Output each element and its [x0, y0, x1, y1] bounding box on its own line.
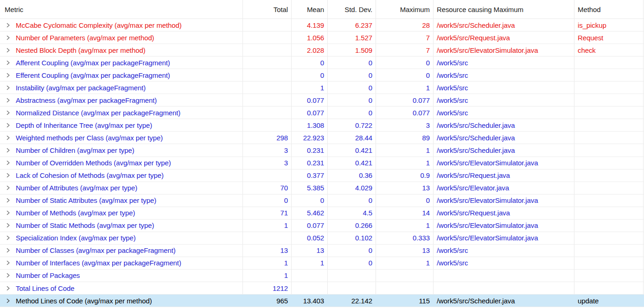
metric-row[interactable]: Abstractness (avg/max per packageFragmen… — [0, 94, 644, 107]
expand-chevron-icon[interactable] — [6, 298, 10, 303]
metric-row[interactable]: Efferent Coupling (avg/max per packageFr… — [0, 69, 644, 82]
column-header-method[interactable]: Method — [574, 0, 644, 19]
metric-row[interactable]: Number of Classes (avg/max per packageFr… — [0, 245, 644, 257]
column-header-std-dev[interactable]: Std. Dev. — [328, 0, 376, 19]
total-cell: 3 — [243, 144, 292, 156]
column-header-total[interactable]: Total — [243, 0, 292, 19]
expand-chevron-icon[interactable] — [6, 273, 10, 278]
expand-chevron-icon[interactable] — [6, 73, 10, 78]
expand-chevron-icon[interactable] — [6, 235, 10, 240]
column-header-resource[interactable]: Resource causing Maximum — [434, 0, 574, 19]
mean-cell: 22.923 — [292, 132, 328, 144]
mean-cell: 0.052 — [292, 232, 328, 244]
metric-row[interactable]: Weighted methods per Class (avg/max per … — [0, 132, 644, 144]
expand-chevron-icon[interactable] — [6, 48, 10, 53]
mean-cell: 0.077 — [292, 220, 328, 232]
metric-cell: Number of Overridden Methods (avg/max pe… — [0, 157, 243, 169]
total-cell: 70 — [243, 182, 292, 194]
metric-label: Number of Interfaces (avg/max per packag… — [16, 259, 181, 267]
expand-chevron-icon[interactable] — [6, 85, 10, 90]
metric-row[interactable]: Number of Interfaces (avg/max per packag… — [0, 257, 644, 270]
metric-row[interactable]: Lack of Cohesion of Methods (avg/max per… — [0, 170, 644, 182]
method-cell — [574, 107, 644, 119]
expand-chevron-icon[interactable] — [6, 160, 10, 165]
metric-row[interactable]: Number of Packages 1 — [0, 270, 644, 282]
method-cell — [574, 232, 644, 244]
total-cell: 13 — [243, 245, 292, 257]
metric-row[interactable]: Number of Children (avg/max per type) 3 … — [0, 144, 644, 157]
std-dev-cell: 0 — [328, 69, 376, 81]
metric-row[interactable]: Method Lines of Code (avg/max per method… — [0, 295, 644, 307]
mean-cell: 0.077 — [292, 107, 328, 119]
metric-row[interactable]: Number of Parameters (avg/max per method… — [0, 31, 644, 44]
expand-chevron-icon[interactable] — [6, 223, 10, 228]
mean-cell: 1.056 — [292, 31, 328, 44]
metric-row[interactable]: Number of Static Methods (avg/max per ty… — [0, 220, 644, 232]
total-cell — [243, 19, 292, 31]
metric-row[interactable]: Number of Attributes (avg/max per type) … — [0, 182, 644, 195]
metric-row[interactable]: Number of Methods (avg/max per type) 71 … — [0, 207, 644, 220]
expand-chevron-icon[interactable] — [6, 198, 10, 203]
metric-row[interactable]: Number of Static Attributes (avg/max per… — [0, 195, 644, 207]
metric-cell: McCabe Cyclomatic Complexity (avg/max pe… — [0, 19, 243, 31]
expand-chevron-icon[interactable] — [6, 210, 10, 215]
mean-cell: 0 — [292, 57, 328, 69]
expand-chevron-icon[interactable] — [6, 260, 10, 265]
expand-chevron-icon[interactable] — [6, 110, 10, 115]
maximum-cell: 1 — [376, 144, 434, 156]
expand-chevron-icon[interactable] — [6, 60, 10, 65]
expand-chevron-icon[interactable] — [6, 148, 10, 153]
column-header-metric[interactable]: Metric — [0, 0, 243, 19]
metric-cell: Abstractness (avg/max per packageFragmen… — [0, 94, 243, 106]
maximum-cell — [376, 282, 434, 294]
maximum-cell: 1 — [376, 220, 434, 232]
resource-cell: /work5/src/Scheduler.java — [434, 119, 574, 131]
metric-row[interactable]: Depth of Inheritance Tree (avg/max per t… — [0, 119, 644, 132]
expand-chevron-icon[interactable] — [6, 248, 10, 253]
resource-cell: /work5/src — [434, 57, 574, 69]
metric-row[interactable]: Afferent Coupling (avg/max per packageFr… — [0, 57, 644, 69]
maximum-cell: 0.333 — [376, 232, 434, 244]
expand-chevron-icon[interactable] — [6, 23, 10, 28]
metrics-table: Metric Total Mean Std. Dev. Maximum Reso… — [0, 0, 644, 307]
metric-label: Specialization Index (avg/max per type) — [16, 234, 136, 242]
metric-row[interactable]: Number of Overridden Methods (avg/max pe… — [0, 157, 644, 170]
metric-label: Number of Classes (avg/max per packageFr… — [16, 246, 176, 254]
method-cell — [574, 94, 644, 106]
maximum-cell — [376, 270, 434, 282]
resource-cell — [434, 282, 574, 294]
maximum-cell: 0.077 — [376, 107, 434, 119]
expand-chevron-icon[interactable] — [6, 185, 10, 190]
std-dev-cell: 0 — [328, 245, 376, 257]
column-header-mean[interactable]: Mean — [292, 0, 328, 19]
maximum-cell: 0.077 — [376, 94, 434, 106]
method-cell: check — [574, 44, 644, 56]
expand-chevron-icon[interactable] — [6, 123, 10, 128]
std-dev-cell: 0.102 — [328, 232, 376, 244]
expand-chevron-icon[interactable] — [6, 135, 10, 140]
metric-row[interactable]: Instability (avg/max per packageFragment… — [0, 82, 644, 94]
expand-chevron-icon[interactable] — [6, 35, 10, 40]
method-cell — [574, 182, 644, 194]
metric-row[interactable]: Normalized Distance (avg/max per package… — [0, 107, 644, 119]
metric-row[interactable]: McCabe Cyclomatic Complexity (avg/max pe… — [0, 19, 644, 31]
resource-cell: /work5/src — [434, 245, 574, 257]
metric-row[interactable]: Nested Block Depth (avg/max per method) … — [0, 44, 644, 57]
std-dev-cell: 1.527 — [328, 31, 376, 44]
metric-row[interactable]: Total Lines of Code 1212 — [0, 282, 644, 295]
total-cell — [243, 44, 292, 56]
std-dev-cell: 0.722 — [328, 119, 376, 131]
resource-cell: /work5/src — [434, 257, 574, 269]
metric-label: Efferent Coupling (avg/max per packageFr… — [16, 71, 170, 79]
expand-chevron-icon[interactable] — [6, 173, 10, 178]
maximum-cell: 1 — [376, 257, 434, 269]
expand-chevron-icon[interactable] — [6, 98, 10, 103]
total-cell — [243, 94, 292, 106]
resource-cell — [434, 270, 574, 282]
expand-chevron-icon[interactable] — [6, 286, 10, 291]
metric-label: Weighted methods per Class (avg/max per … — [16, 134, 163, 142]
method-cell — [574, 144, 644, 156]
metric-row[interactable]: Specialization Index (avg/max per type) … — [0, 232, 644, 245]
maximum-cell: 13 — [376, 182, 434, 194]
column-header-maximum[interactable]: Maximum — [376, 0, 434, 19]
